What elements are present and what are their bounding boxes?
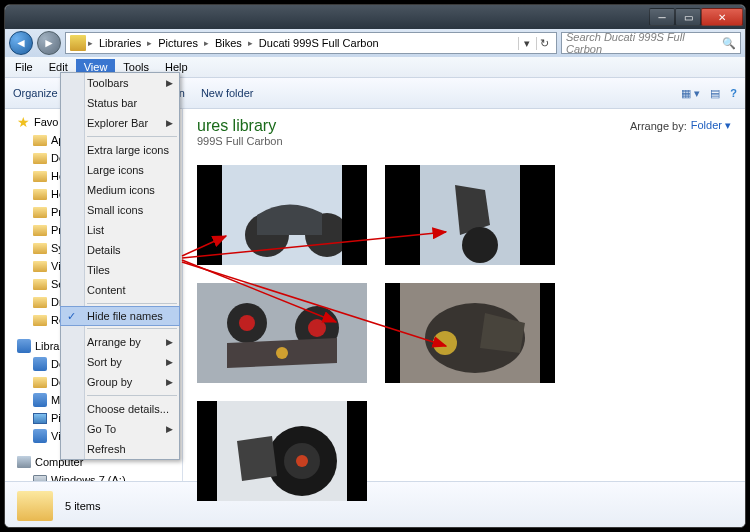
search-input[interactable]: Search Ducati 999S Full Carbon 🔍 (561, 32, 741, 54)
menu-item-arrange-by[interactable]: Arrange by▶ (61, 332, 179, 352)
svg-point-16 (276, 347, 288, 359)
menu-item-refresh[interactable]: Refresh (61, 439, 179, 459)
nav-item[interactable]: Windows 7 (A:) (5, 471, 182, 481)
refresh-icon[interactable]: ↻ (536, 37, 552, 50)
search-placeholder: Search Ducati 999S Full Carbon (566, 31, 722, 55)
thumbnails (183, 151, 745, 515)
forward-button[interactable]: ► (37, 31, 61, 55)
star-icon: ★ (17, 114, 30, 130)
close-button[interactable]: ✕ (701, 8, 743, 26)
thumbnail-item[interactable] (385, 165, 555, 265)
maximize-button[interactable]: ▭ (675, 8, 701, 26)
folder-icon (70, 35, 86, 51)
view-menu-dropdown[interactable]: Toolbars▶Status barExplorer Bar▶Extra la… (60, 72, 180, 460)
folder-icon (17, 491, 53, 521)
breadcrumb-item[interactable]: Libraries (95, 37, 145, 49)
menu-item-large-icons[interactable]: Large icons (61, 160, 179, 180)
svg-rect-11 (197, 283, 367, 383)
svg-point-15 (308, 319, 326, 337)
menu-item-status-bar[interactable]: Status bar (61, 93, 179, 113)
breadcrumb-item[interactable]: Ducati 999S Full Carbon (255, 37, 383, 49)
content-pane[interactable]: ures library 999S Full Carbon Arrange by… (183, 109, 745, 481)
menu-item-small-icons[interactable]: Small icons (61, 200, 179, 220)
folder-icon (33, 189, 47, 200)
svg-rect-29 (347, 401, 367, 501)
new-folder-button[interactable]: New folder (201, 87, 254, 99)
thumbnail-item[interactable] (197, 165, 367, 265)
svg-point-13 (239, 315, 255, 331)
menu-item-explorer-bar[interactable]: Explorer Bar▶ (61, 113, 179, 133)
folder-icon (33, 279, 47, 290)
svg-rect-5 (342, 165, 367, 265)
minimize-button[interactable]: ─ (649, 8, 675, 26)
folder-icon (33, 171, 47, 182)
menu-item-choose-details-[interactable]: Choose details... (61, 399, 179, 419)
breadcrumb-item[interactable]: Bikes (211, 37, 246, 49)
folder-icon (33, 207, 47, 218)
lib-icon (33, 357, 47, 371)
folder-icon (33, 153, 47, 164)
titlebar[interactable]: ─ ▭ ✕ (5, 5, 745, 29)
menu-file[interactable]: File (7, 59, 41, 75)
breadcrumb-item[interactable]: Pictures (154, 37, 202, 49)
folder-icon (33, 225, 47, 236)
menu-item-group-by[interactable]: Group by▶ (61, 372, 179, 392)
folder-icon (33, 261, 47, 272)
thumbnail-item[interactable] (385, 283, 555, 383)
address-bar: ◄ ► ▸ Libraries▸ Pictures▸ Bikes▸ Ducati… (5, 29, 745, 57)
search-icon[interactable]: 🔍 (722, 37, 736, 50)
view-mode-icon[interactable]: ▦ ▾ (681, 87, 700, 100)
menu-item-details[interactable]: Details (61, 240, 179, 260)
pic-icon (33, 413, 47, 424)
menu-item-toolbars[interactable]: Toolbars▶ (61, 73, 179, 93)
menu-item-sort-by[interactable]: Sort by▶ (61, 352, 179, 372)
folder-icon (33, 377, 47, 388)
lib-icon (33, 393, 47, 407)
computer-icon (17, 456, 31, 468)
svg-point-20 (433, 331, 457, 355)
thumbnail-item[interactable] (197, 401, 367, 501)
folder-icon (33, 135, 47, 146)
svg-rect-4 (197, 165, 222, 265)
drive-icon (33, 475, 47, 481)
svg-rect-22 (540, 283, 555, 383)
svg-rect-21 (385, 283, 400, 383)
menu-item-hide-file-names[interactable]: ✓Hide file names (60, 306, 180, 326)
preview-pane-icon[interactable]: ▤ (710, 87, 720, 100)
menu-item-go-to[interactable]: Go To▶ (61, 419, 179, 439)
svg-rect-9 (385, 165, 420, 265)
menu-item-medium-icons[interactable]: Medium icons (61, 180, 179, 200)
thumbnail-item[interactable] (197, 283, 367, 383)
svg-rect-10 (520, 165, 555, 265)
arrange-by: Arrange by: Folder ▾ (630, 119, 731, 132)
back-button[interactable]: ◄ (9, 31, 33, 55)
item-count: 5 items (65, 500, 100, 512)
menu-item-extra-large-icons[interactable]: Extra large icons (61, 140, 179, 160)
libraries-icon (17, 339, 31, 353)
svg-point-27 (296, 455, 308, 467)
menu-item-content[interactable]: Content (61, 280, 179, 300)
breadcrumb[interactable]: ▸ Libraries▸ Pictures▸ Bikes▸ Ducati 999… (65, 32, 557, 54)
svg-rect-28 (197, 401, 217, 501)
menu-item-list[interactable]: List (61, 220, 179, 240)
lib-icon (33, 429, 47, 443)
folder-icon (33, 315, 47, 326)
svg-point-8 (462, 227, 498, 263)
folder-icon (33, 297, 47, 308)
help-icon[interactable]: ? (730, 87, 737, 99)
breadcrumb-dropdown[interactable]: ▾ (518, 37, 534, 50)
folder-icon (33, 243, 47, 254)
arrange-by-value[interactable]: Folder ▾ (691, 119, 731, 132)
menu-item-tiles[interactable]: Tiles (61, 260, 179, 280)
library-subtitle: 999S Full Carbon (197, 135, 731, 147)
